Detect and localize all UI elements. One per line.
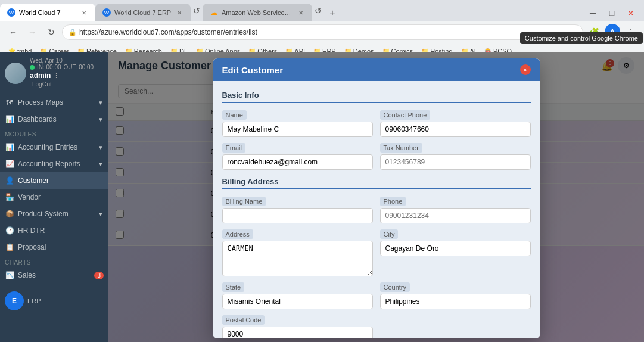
erp-logo-text: ERP xyxy=(27,297,41,304)
state-input[interactable] xyxy=(222,294,373,309)
proposal-icon: 📋 xyxy=(5,242,14,252)
minimize-button[interactable]: ─ xyxy=(584,5,601,21)
tab1-favicon: W xyxy=(7,8,15,17)
basic-info-section-title: Basic Info xyxy=(222,91,531,103)
sales-icon: 📉 xyxy=(5,271,14,280)
phone-label: Phone xyxy=(380,197,406,206)
tab3-favicon: ☁ xyxy=(210,8,218,17)
postal-code-input[interactable] xyxy=(222,327,373,338)
sidebar-item-sales[interactable]: 📉 Sales 3 xyxy=(0,267,108,284)
dashboards-arrow-icon: ▼ xyxy=(98,116,104,123)
country-input[interactable] xyxy=(380,294,531,309)
accounting-reports-arrow-icon: ▼ xyxy=(98,161,104,167)
main-content: Manage Customer 🔔 5 ⚙ BALANC xyxy=(108,52,644,342)
basic-info-row-1: Name Contact Phone xyxy=(222,110,531,137)
sales-badge: 3 xyxy=(94,272,104,279)
address-input[interactable]: CARMEN xyxy=(222,241,373,276)
avatar-image xyxy=(5,63,26,84)
charts-section-label: CHARTS xyxy=(0,256,108,267)
state-label: State xyxy=(222,282,245,292)
sidebar-item-proposal[interactable]: 📋 Proposal xyxy=(0,239,108,256)
state-field-group: State xyxy=(222,282,373,309)
address-bar[interactable]: 🔒 https://azure.worldcloud7.com/apps/cus… xyxy=(62,24,583,40)
user-options-icon[interactable]: ⋮ xyxy=(53,72,60,80)
customer-icon: 👤 xyxy=(5,176,14,185)
billing-name-field-group: Billing Name xyxy=(222,197,373,223)
sidebar-item-dashboards[interactable]: 📊 Dashboards ▼ xyxy=(0,111,108,128)
logout-button[interactable]: LogOut xyxy=(30,80,94,89)
tab2-close-icon[interactable]: ✕ xyxy=(175,8,183,17)
tab1-label: World Cloud 7 xyxy=(19,9,61,16)
phone-field-group: Phone xyxy=(380,197,531,223)
address-text: https://azure.worldcloud7.com/apps/custo… xyxy=(79,28,257,36)
back-button[interactable]: ← xyxy=(5,24,21,41)
user-info: Wed, Apr 10 IN: 00:00 OUT: 00:00 admin ⋮… xyxy=(30,57,94,89)
sidebar-item-customer[interactable]: 👤 Customer xyxy=(0,172,108,189)
erp-logo: E xyxy=(5,291,24,310)
address-field-group: Address CARMEN xyxy=(222,229,373,276)
accounting-entries-arrow-icon: ▼ xyxy=(98,144,104,151)
close-button[interactable]: ✕ xyxy=(623,5,639,21)
phone-input[interactable] xyxy=(380,208,531,223)
avatar xyxy=(5,63,26,84)
process-maps-icon: 🗺 xyxy=(5,98,14,107)
tab2-favicon: W xyxy=(102,8,111,17)
email-label: Email xyxy=(222,143,246,153)
name-field-group: Name xyxy=(222,110,373,137)
contact-phone-label: Contact Phone xyxy=(380,110,431,120)
email-input[interactable] xyxy=(222,154,373,170)
postal-code-field-group: Postal Code xyxy=(222,315,373,338)
billing-name-input[interactable] xyxy=(222,208,373,223)
modal-title: Edit Customer xyxy=(222,65,284,75)
billing-name-label: Billing Name xyxy=(222,197,266,206)
city-label: City xyxy=(380,229,399,239)
tab-aws[interactable]: ☁ Amazon Web Services Sign-In ✕ xyxy=(203,4,312,21)
sidebar-item-process-maps[interactable]: 🗺 Process Maps ▼ xyxy=(0,94,108,111)
tab3-close-icon[interactable]: ✕ xyxy=(297,8,305,17)
tab2-label: World Cloud 7 ERP xyxy=(114,9,171,16)
restore-button[interactable]: □ xyxy=(603,5,620,21)
email-field-group: Email xyxy=(222,143,373,170)
sidebar-item-vendor[interactable]: 🏪 Vendor xyxy=(0,189,108,206)
app-layout: Wed, Apr 10 IN: 00:00 OUT: 00:00 admin ⋮… xyxy=(0,52,644,342)
time-in: IN: 00:00 xyxy=(37,64,61,70)
sidebar-header: Wed, Apr 10 IN: 00:00 OUT: 00:00 admin ⋮… xyxy=(0,52,108,94)
contact-phone-input[interactable] xyxy=(380,122,531,137)
sidebar-item-customer-label: Customer xyxy=(18,176,49,185)
time-out: OUT: 00:00 xyxy=(64,64,94,70)
username: admin xyxy=(30,71,51,80)
city-field-group: City xyxy=(380,229,531,276)
forward-button[interactable]: → xyxy=(24,24,41,41)
sidebar-item-product-system[interactable]: 📦 Product System ▼ xyxy=(0,206,108,222)
vendor-icon: 🏪 xyxy=(5,192,14,202)
city-input[interactable] xyxy=(380,241,531,256)
sidebar-item-accounting-entries[interactable]: 📊 Accounting Entries ▼ xyxy=(0,139,108,156)
tab-world-cloud-7-erp[interactable]: W World Cloud 7 ERP ✕ xyxy=(95,4,191,21)
tab-world-cloud-7[interactable]: W World Cloud 7 ✕ xyxy=(0,4,95,21)
sidebar-item-hr-dtr[interactable]: 🕐 HR DTR xyxy=(0,222,108,239)
tab-spinner-icon: ↺ xyxy=(193,6,200,15)
product-system-icon: 📦 xyxy=(5,209,14,219)
modal-close-button[interactable]: × xyxy=(520,64,531,75)
billing-address-section-title: Billing Address xyxy=(222,177,531,189)
online-status-dot xyxy=(30,65,35,70)
modal-header: Edit Customer × xyxy=(213,58,540,81)
new-tab-button[interactable]: + xyxy=(324,5,341,21)
contact-phone-field-group: Contact Phone xyxy=(380,110,531,137)
billing-row-1: Billing Name Phone xyxy=(222,197,531,223)
billing-row-3: State Country xyxy=(222,282,531,309)
modal-overlay: Edit Customer × Basic Info Name Contact … xyxy=(108,52,644,342)
reload-button[interactable]: ↻ xyxy=(43,24,60,41)
address-label: Address xyxy=(222,229,253,239)
hr-dtr-icon: 🕐 xyxy=(5,226,14,235)
tax-number-input[interactable] xyxy=(380,154,531,170)
edit-customer-modal: Edit Customer × Basic Info Name Contact … xyxy=(213,58,540,338)
name-input[interactable] xyxy=(222,122,373,137)
sidebar-item-accounting-reports[interactable]: 📈 Accounting Reports ▼ xyxy=(0,156,108,172)
sidebar: Wed, Apr 10 IN: 00:00 OUT: 00:00 admin ⋮… xyxy=(0,52,108,342)
tab-spinner2-icon: ↺ xyxy=(315,6,322,15)
sidebar-item-process-maps-label: Process Maps xyxy=(18,98,63,107)
tax-number-field-group: Tax Number xyxy=(380,143,531,170)
tab1-close-icon[interactable]: ✕ xyxy=(80,8,88,17)
sidebar-item-accounting-reports-label: Accounting Reports xyxy=(18,160,80,168)
